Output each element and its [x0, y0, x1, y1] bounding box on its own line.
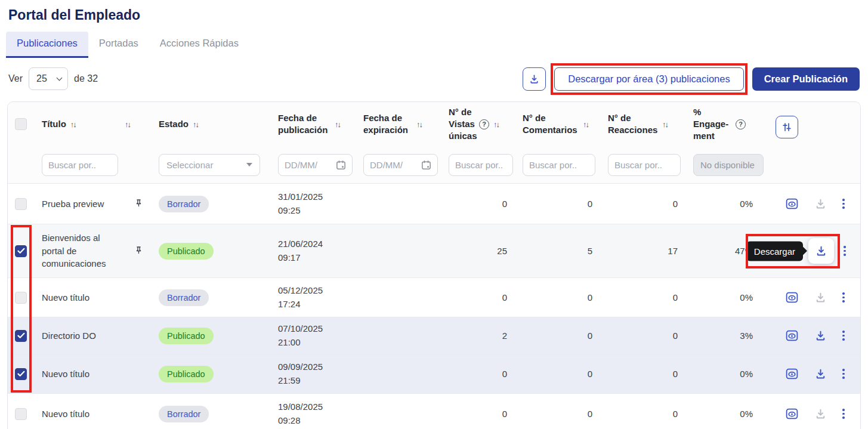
page-size-label: Ver	[8, 73, 23, 84]
preview-icon	[785, 407, 799, 421]
row-checkbox[interactable]	[15, 245, 27, 257]
filter-comentarios-input[interactable]	[523, 154, 595, 176]
preview-button[interactable]	[785, 329, 799, 342]
kebab-menu-icon	[842, 292, 845, 303]
row-download-button[interactable]	[814, 197, 827, 210]
engagement-value: 3%	[686, 331, 759, 341]
sort-icon-reacciones[interactable]: ↑↓	[662, 120, 669, 129]
table-row: Directorio DOPublicado07/10/202521:00200…	[8, 317, 860, 354]
row-title: Bienvenidos al portal de comunicaciones	[34, 232, 125, 270]
row-menu-button[interactable]	[842, 409, 845, 419]
filter-fecha-expiracion-date[interactable]: DD/MM/	[363, 154, 438, 176]
tab-portadas[interactable]: Portadas	[88, 32, 149, 58]
filter-fecha-publicacion-date[interactable]: DD/MM/	[278, 154, 353, 176]
download-icon	[814, 197, 827, 210]
download-by-area-button[interactable]: Descargar por área (3) publicaciones	[554, 67, 743, 91]
table-body: Prueba previewBorrador31/01/202509:25000…	[8, 183, 860, 429]
table-header: Título ↑↓ ↑↓ Estado ↑↓ Fecha de publicac…	[8, 102, 860, 146]
kebab-menu-icon	[844, 246, 846, 256]
row-menu-button[interactable]	[842, 369, 845, 379]
row-checkbox[interactable]	[15, 292, 27, 304]
reactions-count: 0	[601, 369, 686, 379]
preview-button[interactable]	[785, 291, 799, 304]
select-all-checkbox[interactable]	[15, 118, 27, 130]
page-size-select[interactable]: 25	[29, 67, 68, 90]
row-menu-button[interactable]	[842, 292, 845, 303]
comments-count: 0	[515, 369, 601, 379]
preview-button[interactable]	[785, 197, 799, 211]
download-all-button[interactable]	[523, 67, 546, 91]
table-row: Bienvenidos al portal de comunicacionesP…	[8, 224, 860, 277]
engagement-value: 0%	[686, 292, 759, 303]
calendar-icon	[335, 159, 347, 171]
chevron-down-icon	[57, 75, 63, 81]
help-icon-vistas[interactable]: ?	[479, 119, 489, 129]
column-titulo: Título	[42, 118, 66, 130]
row-download-button[interactable]	[814, 329, 827, 342]
row-title: Nuevo título	[34, 368, 125, 381]
sort-icon-comentarios[interactable]: ↑↓	[583, 120, 589, 129]
preview-button[interactable]	[785, 367, 799, 381]
sort-icon-pin[interactable]: ↑↓	[125, 120, 131, 129]
sort-icon-fecha-publicacion[interactable]: ↑↓	[335, 120, 341, 129]
pin-cell	[125, 245, 152, 257]
tab-publicaciones[interactable]: Publicaciones	[6, 32, 88, 58]
calendar-icon	[421, 159, 432, 171]
row-checkbox[interactable]	[15, 330, 27, 342]
row-checkbox[interactable]	[15, 408, 27, 420]
status-badge: Publicado	[159, 243, 214, 260]
column-settings-button[interactable]	[776, 116, 798, 138]
row-checkbox[interactable]	[15, 368, 27, 380]
pin-icon	[134, 245, 144, 257]
row-actions	[759, 394, 860, 429]
reactions-count: 0	[601, 199, 686, 209]
row-download-button[interactable]	[808, 238, 834, 264]
filter-titulo-input[interactable]	[42, 154, 118, 176]
create-publication-button[interactable]: Crear Publicación	[752, 67, 860, 91]
tab-bar: Publicaciones Portadas Acciones Rápidas	[6, 32, 868, 58]
help-icon-engagement[interactable]: ?	[736, 119, 746, 129]
row-download-button[interactable]	[814, 368, 827, 380]
filter-reacciones-input[interactable]	[608, 154, 681, 176]
column-engagement: % Engage- ment	[693, 106, 731, 143]
sort-icon-fecha-expiracion[interactable]: ↑↓	[416, 120, 423, 129]
row-title: Nuevo título	[34, 291, 125, 304]
reactions-count: 0	[601, 409, 686, 419]
row-menu-button[interactable]	[842, 199, 845, 209]
status-badge: Publicado	[159, 328, 214, 344]
publish-date: 05/12/202517:24	[269, 284, 354, 311]
tab-acciones-rapidas[interactable]: Acciones Rápidas	[149, 32, 249, 58]
comments-count: 0	[515, 199, 601, 209]
row-menu-button[interactable]	[844, 246, 846, 256]
row-actions	[759, 278, 860, 317]
table-row: Nuevo títuloBorrador05/12/202517:240000%	[8, 277, 860, 317]
column-vistas-unicas: N° de Vistas únicas	[449, 106, 475, 143]
kebab-menu-icon	[842, 199, 845, 209]
filter-vistas-input[interactable]	[449, 154, 513, 176]
row-checkbox[interactable]	[15, 198, 27, 210]
column-settings-icon	[781, 121, 793, 133]
kebab-menu-icon	[842, 409, 845, 419]
checkmark-icon	[17, 332, 25, 339]
row-download-button[interactable]	[814, 291, 827, 304]
row-download-button[interactable]	[814, 408, 827, 420]
row-title: Nuevo título	[34, 408, 125, 421]
filter-estado-select[interactable]: Seleccionar	[159, 154, 260, 176]
reactions-count: 0	[601, 331, 686, 341]
views-count: 0	[440, 369, 515, 379]
sort-icon-titulo[interactable]: ↑↓	[70, 120, 77, 129]
pin-cell	[125, 198, 152, 209]
row-menu-button[interactable]	[842, 331, 845, 341]
table-row: Nuevo títuloBorrador19/08/202509:280000%	[8, 393, 860, 429]
preview-button[interactable]	[785, 407, 799, 421]
pin-icon	[134, 198, 144, 209]
column-fecha-publicacion: Fecha de publicación	[278, 112, 330, 137]
caret-down-icon	[246, 163, 252, 166]
sort-icon-vistas[interactable]: ↑↓	[493, 120, 500, 129]
preview-icon	[785, 291, 799, 304]
status-badge: Borrador	[159, 289, 209, 306]
comments-count: 5	[515, 246, 601, 256]
column-estado: Estado	[159, 118, 189, 130]
download-tooltip: Descargar	[746, 241, 803, 261]
sort-icon-estado[interactable]: ↑↓	[193, 120, 199, 129]
